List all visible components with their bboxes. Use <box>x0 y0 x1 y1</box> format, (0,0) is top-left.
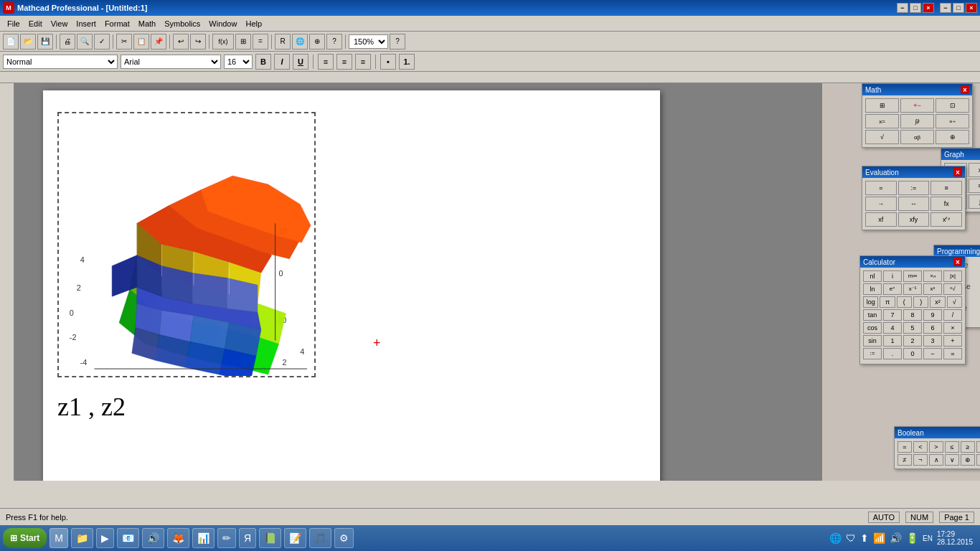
insert-math-btn[interactable]: f(x) <box>212 34 234 50</box>
paste-btn[interactable]: 📌 <box>151 34 166 50</box>
calc-3-btn[interactable]: 3 <box>923 335 942 347</box>
taskbar-spreadsheet[interactable]: 📗 <box>259 528 281 548</box>
math-eval-btn[interactable]: x= <box>865 114 899 128</box>
calc-xinv-btn[interactable]: x⁻¹ <box>903 283 922 295</box>
math-prog-btn[interactable]: √ <box>865 130 899 144</box>
calc-9-btn[interactable]: 9 <box>923 309 942 321</box>
taskbar-word[interactable]: ✏ <box>217 528 236 548</box>
underline-btn[interactable]: U <box>293 54 308 70</box>
size-select[interactable]: 16 <box>224 55 253 69</box>
align-left-btn[interactable]: ≡ <box>318 54 334 70</box>
open-btn[interactable]: 📂 <box>20 34 36 50</box>
copy-btn[interactable]: 📋 <box>133 34 149 50</box>
taskbar-yandex[interactable]: Я <box>239 528 256 548</box>
menu-help[interactable]: Help <box>241 18 266 29</box>
bool-lt-btn[interactable]: < <box>913 441 928 453</box>
calc-log-btn[interactable]: log <box>863 296 878 308</box>
style-select[interactable]: Normal <box>3 55 118 69</box>
calc-xn2-btn[interactable]: xⁿ <box>923 283 942 295</box>
menu-file[interactable]: File <box>3 18 24 29</box>
graph-x-btn[interactable]: x <box>969 163 980 177</box>
taskbar-settings2[interactable]: ⚙ <box>334 528 354 548</box>
taskbar-excel[interactable]: 📊 <box>192 528 215 548</box>
calc-sin-btn[interactable]: sin <box>863 335 882 347</box>
taskbar-mail[interactable]: 📧 <box>117 528 139 548</box>
eval-eq-btn[interactable]: = <box>865 181 897 195</box>
undo-btn[interactable]: ↩ <box>173 34 189 50</box>
start-button[interactable]: ⊞ Start <box>3 528 47 548</box>
calc-6-btn[interactable]: 6 <box>923 322 942 334</box>
eval-arrow-btn[interactable]: → <box>865 197 897 211</box>
eval-fx-btn[interactable]: fx <box>930 197 962 211</box>
menu-math[interactable]: Math <box>134 18 160 29</box>
calc-tan-btn[interactable]: tan <box>863 309 882 321</box>
font-select[interactable]: Arial <box>121 55 221 69</box>
bullet-btn[interactable]: • <box>380 54 396 70</box>
calc-pi-btn[interactable]: π <box>880 296 895 308</box>
calc-sqrt-btn[interactable]: √ <box>947 296 962 308</box>
taskbar-media[interactable]: ▶ <box>96 528 114 548</box>
calc-8-btn[interactable]: 8 <box>903 309 922 321</box>
save-btn[interactable]: 💾 <box>37 34 53 50</box>
win-minimize-btn[interactable]: − <box>940 3 951 13</box>
calc-plus-btn[interactable]: + <box>943 335 962 347</box>
eval-double-arrow-btn[interactable]: ↔ <box>898 197 930 211</box>
app-maximize-btn[interactable]: □ <box>910 3 921 13</box>
cut-btn[interactable]: ✂ <box>116 34 132 50</box>
bool-le-btn[interactable]: ≤ <box>945 441 959 453</box>
menu-window[interactable]: Window <box>204 18 241 29</box>
web-btn[interactable]: 🌐 <box>292 34 308 50</box>
eval-xfy2-btn[interactable]: xᶠʸ <box>930 212 962 227</box>
equals-btn[interactable]: = <box>253 34 268 50</box>
bool-xor-btn[interactable]: ⊕ <box>976 441 980 453</box>
eval-xf-btn[interactable]: xf <box>865 212 897 227</box>
menu-edit[interactable]: Edit <box>24 18 47 29</box>
calc-i-btn[interactable]: i <box>883 270 902 282</box>
calc-nl-btn[interactable]: nl <box>863 270 882 282</box>
calc-ln-btn[interactable]: ln <box>863 283 882 295</box>
calc-mul-btn[interactable]: × <box>943 322 962 334</box>
calc-rparen-btn[interactable]: ) <box>913 296 928 308</box>
app-close-btn[interactable]: × <box>923 3 934 13</box>
calc-4-btn[interactable]: 4 <box>883 322 902 334</box>
bool-and-btn[interactable]: ∧ <box>929 454 943 466</box>
align-right-btn[interactable]: ≡ <box>355 54 371 70</box>
calc-5-btn[interactable]: 5 <box>903 322 922 334</box>
calc-1-btn[interactable]: 1 <box>883 335 902 347</box>
eval-equiv-btn[interactable]: ≡ <box>930 181 962 195</box>
print-btn[interactable]: 🖨 <box>60 34 75 50</box>
calc-div-btn[interactable]: / <box>943 309 962 321</box>
calc-enter-btn[interactable]: = <box>943 348 962 359</box>
calc-ex-btn[interactable]: eˣ <box>883 283 902 295</box>
taskbar-volume[interactable]: 🔊 <box>142 528 164 548</box>
taskbar-music[interactable]: 🎵 <box>309 528 331 548</box>
win-maximize-btn[interactable]: □ <box>953 3 964 13</box>
graph-surface-btn[interactable]: ≡ <box>969 179 980 193</box>
bool-gt-btn[interactable]: > <box>929 441 943 453</box>
calc-assign2-btn[interactable]: := <box>863 348 882 359</box>
numbered-btn[interactable]: 1. <box>399 54 415 70</box>
eval-panel-close[interactable]: × <box>953 168 962 176</box>
bool-xor2-btn[interactable]: ⊕ <box>961 454 975 466</box>
win-close-btn[interactable]: × <box>966 3 977 13</box>
insert-matrix-btn[interactable]: ⊞ <box>235 34 251 50</box>
calc-7-btn[interactable]: 7 <box>883 309 902 321</box>
zoom-select[interactable]: 150% 100% 75% <box>349 34 388 49</box>
taskbar-explorer[interactable]: 📁 <box>71 528 93 548</box>
calc-minf-btn[interactable]: m∞ <box>903 270 922 282</box>
bool-ge-btn[interactable]: ≥ <box>961 441 975 453</box>
italic-btn[interactable]: I <box>274 54 290 70</box>
calc-2-btn[interactable]: 2 <box>903 335 922 347</box>
math-matrix-btn[interactable]: ⊡ <box>936 98 969 113</box>
bool-not-btn[interactable]: ¬ <box>913 454 928 466</box>
math-greek-btn[interactable]: αβ <box>900 130 934 144</box>
align-center-btn[interactable]: ≡ <box>336 54 352 70</box>
math-panel-close[interactable]: × <box>961 85 969 94</box>
calc-0-btn[interactable]: 0 <box>903 348 922 359</box>
taskbar-firefox[interactable]: 🦊 <box>167 528 189 548</box>
calc-cos-btn[interactable]: cos <box>863 322 882 334</box>
help-btn2[interactable]: ? <box>326 34 342 50</box>
calc-x2-btn[interactable]: x² <box>930 296 945 308</box>
calc-panel-close[interactable]: × <box>953 258 962 266</box>
bool-or-btn[interactable]: ∨ <box>945 454 959 466</box>
